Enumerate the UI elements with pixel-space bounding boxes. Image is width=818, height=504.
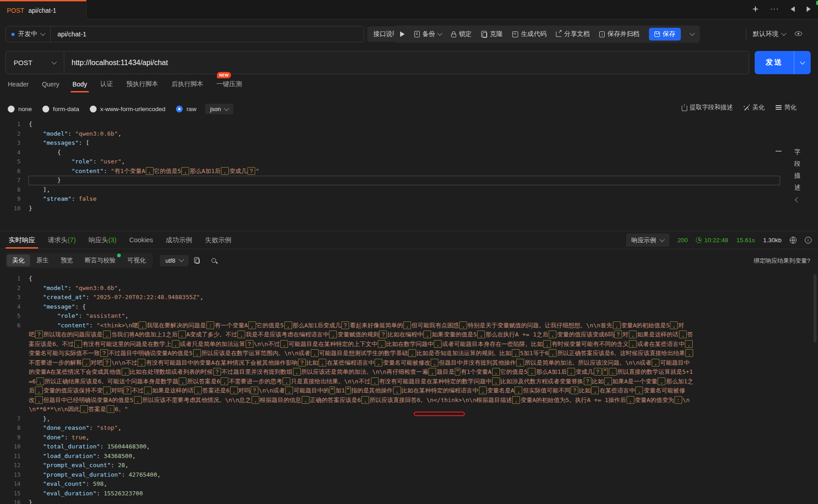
save-more-chevron-icon[interactable] [689, 31, 695, 36]
tab-live-response[interactable]: 实时响应 [9, 231, 35, 249]
editor-line[interactable]: 11 "load_duration": 34368500, [0, 452, 818, 461]
archive-icon [599, 31, 605, 37]
line-number: 5 [0, 157, 21, 167]
method-select[interactable]: POST [6, 51, 64, 74]
more-tabs-icon[interactable]: ··· [770, 5, 779, 13]
environment-select[interactable]: 默认环境 [753, 27, 786, 41]
bind-result-hint[interactable]: 绑定响应结果到变量? [754, 257, 810, 265]
encoding-select[interactable]: utf8 [160, 255, 189, 266]
editor-line[interactable]: 7 } [0, 176, 818, 185]
field-description-panel[interactable]: 字 段 描 述 [794, 148, 801, 202]
globe-icon[interactable] [790, 237, 797, 244]
lock-button[interactable]: 锁定 [451, 30, 472, 38]
tab-pre-script[interactable]: 预执行脚本 [126, 77, 158, 91]
editor-line[interactable]: 6 "content": "<think>\n嗯，我现在要解决的问题是：有一个变… [0, 321, 818, 414]
editor-line[interactable]: 15 "eval_duration": 15526323700 [0, 489, 818, 499]
line-number: 1 [0, 274, 21, 284]
line-number: 10 [0, 442, 21, 452]
save-archive-button[interactable]: 保存并归档 [599, 30, 639, 38]
wand-icon [744, 105, 750, 111]
response-example-button[interactable]: 响应示例 [626, 234, 669, 247]
clone-button[interactable]: 克隆 [481, 30, 503, 38]
request-body-editor[interactable]: 1{2 "model": "qwen3:0.6b",3 "messages": … [0, 120, 818, 213]
share-doc-button[interactable]: 分享文档 [556, 30, 590, 38]
response-duration: 15.61s [736, 237, 755, 244]
editor-line[interactable]: 1{ [0, 274, 818, 284]
response-time: 10:22:48 [696, 237, 728, 244]
env-values-button[interactable] [795, 30, 802, 37]
tab-query[interactable]: Query [42, 77, 59, 91]
backup-button[interactable]: 备份 [414, 30, 442, 38]
view-preview[interactable]: 预览 [55, 255, 78, 266]
nav-forward-icon[interactable] [807, 6, 811, 12]
send-button[interactable]: 发送 [755, 51, 811, 74]
tab-header[interactable]: Header [8, 77, 29, 91]
editor-line[interactable]: 8 "done_reason": "stop", [0, 423, 818, 433]
radio-urlencoded[interactable]: x-www-form-urlencoded [90, 106, 165, 112]
editor-line[interactable]: 4 { [0, 148, 818, 158]
line-number: 16 [0, 498, 21, 504]
send-options-chevron[interactable] [794, 51, 811, 74]
radio-none[interactable]: none [8, 106, 32, 112]
view-raw[interactable]: 原生 [31, 255, 54, 266]
tab-failure-example[interactable]: 失败示例 [205, 231, 232, 249]
tab-post-script[interactable]: 后执行脚本 [171, 77, 203, 91]
radio-form-data[interactable]: form-data [42, 106, 79, 112]
save-button[interactable]: 保存 [649, 28, 681, 41]
editor-line[interactable]: 2 "model": "qwen3:0.6b", [0, 284, 818, 293]
tab-auth[interactable]: 认证 [100, 77, 113, 91]
simplify-button[interactable]: 简化 [776, 103, 797, 112]
line-number: 4 [0, 148, 21, 158]
radio-raw[interactable]: raw [176, 106, 196, 112]
raw-format-select[interactable]: json [205, 104, 233, 114]
view-visualize[interactable]: 可视化 [122, 255, 152, 266]
editor-line[interactable]: 3 "created_at": "2025-07-20T02:22:48.948… [0, 293, 818, 302]
dev-status-select[interactable]: 开发中 [6, 26, 51, 42]
status-code: 200 [678, 237, 688, 244]
beautify-button[interactable]: 美化 [744, 103, 765, 112]
view-assertions[interactable]: 断言与校验 [79, 255, 121, 266]
editor-line[interactable]: 10} [0, 204, 818, 214]
editor-line[interactable]: 2 "model": "qwen3:0.6b", [0, 129, 818, 139]
run-icon[interactable] [400, 31, 405, 37]
tab-cookies[interactable]: Cookies [129, 231, 153, 249]
tab-stress-test[interactable]: 一键压测 [216, 77, 242, 91]
tab-response-headers[interactable]: 响应头(3) [88, 231, 116, 249]
editor-line[interactable]: 6 "content": "有1个变量A，它的值是5，那么A加1后，变成几？" [0, 167, 818, 176]
editor-line[interactable]: 5 "role": "assistant", [0, 311, 818, 321]
editor-line[interactable]: 14 "eval_count": 598, [0, 479, 818, 489]
url-input[interactable]: http://localhost:11434/api/chat [64, 51, 175, 74]
search-response-icon[interactable] [211, 258, 216, 263]
editor-line[interactable]: 5 "role": "user", [0, 157, 818, 167]
editor-line[interactable]: 8 ], [0, 185, 818, 195]
tab-body[interactable]: Body [72, 77, 87, 91]
editor-line[interactable]: 16} [0, 498, 818, 504]
download-icon[interactable] [805, 237, 812, 244]
editor-line[interactable]: 12 "prompt_eval_count": 28, [0, 461, 818, 470]
body-actions: 提取字段和描述 美化 简化 [682, 103, 797, 112]
editor-line[interactable]: 3 "messages": [ [0, 138, 818, 148]
editor-line[interactable]: 13 "prompt_eval_duration": 42765400, [0, 470, 818, 480]
copy-response-icon[interactable] [195, 259, 200, 264]
lock-icon [451, 34, 456, 37]
generate-code-button[interactable]: 生成代码 [512, 30, 546, 38]
view-beautify[interactable]: 美化 [7, 255, 30, 266]
response-body-editor[interactable]: 1{2 "model": "qwen3:0.6b",3 "created_at"… [0, 274, 818, 504]
tab-success-example[interactable]: 成功示例 [166, 231, 192, 249]
editor-line[interactable]: 4 "message": { [0, 302, 818, 312]
line-number: 6 [0, 167, 21, 176]
panel-resize-handle[interactable] [776, 151, 782, 152]
editor-line[interactable]: 1{ [0, 120, 818, 129]
nav-back-icon[interactable] [791, 6, 795, 12]
tab-request-headers[interactable]: 请求头(7) [48, 231, 76, 249]
editor-line[interactable]: 10 "total_duration": 15604468300, [0, 442, 818, 452]
editor-line[interactable]: 7 }, [0, 414, 818, 424]
line-number: 13 [0, 470, 21, 480]
extract-fields-button[interactable]: 提取字段和描述 [682, 103, 733, 112]
endpoint-name-input[interactable]: api/chat-1 [51, 26, 93, 42]
new-tab-icon[interactable]: + [752, 4, 758, 14]
response-scrollbar[interactable] [813, 274, 817, 342]
request-tab[interactable]: POST api/chat-1 [0, 0, 87, 20]
editor-line[interactable]: 9 "done": true, [0, 433, 818, 443]
editor-line[interactable]: 9 "stream": false [0, 194, 818, 204]
